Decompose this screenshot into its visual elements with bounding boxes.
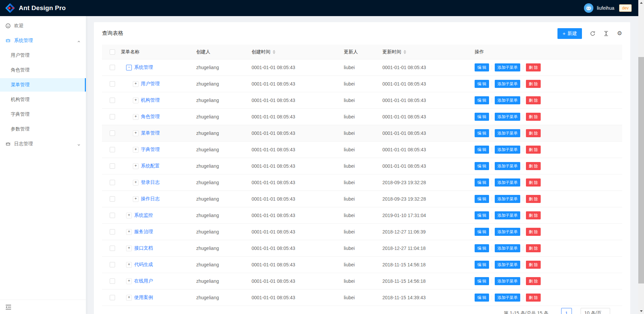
- vertical-scrollbar[interactable]: [638, 0, 644, 314]
- edit-button[interactable]: 编 辑: [475, 146, 489, 154]
- row-checkbox[interactable]: [110, 213, 115, 218]
- row-checkbox[interactable]: [110, 98, 115, 103]
- row-checkbox[interactable]: [110, 229, 115, 234]
- delete-button[interactable]: 删 除: [526, 178, 540, 187]
- row-checkbox[interactable]: [110, 65, 115, 70]
- expand-row-icon[interactable]: +: [133, 130, 139, 136]
- add-submenu-button[interactable]: 添加子菜单: [495, 80, 520, 88]
- delete-button[interactable]: 删 除: [526, 146, 540, 154]
- add-submenu-button[interactable]: 添加子菜单: [495, 96, 520, 104]
- row-checkbox[interactable]: [110, 278, 115, 284]
- menu-name-link[interactable]: 机构管理: [141, 97, 160, 103]
- delete-button[interactable]: 删 除: [526, 129, 540, 137]
- add-submenu-button[interactable]: 添加子菜单: [495, 162, 520, 170]
- column-height-icon[interactable]: [603, 31, 609, 36]
- sidebar-item-3[interactable]: 角色管理: [0, 63, 86, 77]
- scrollbar-thumb[interactable]: [638, 57, 644, 283]
- edit-button[interactable]: 编 辑: [475, 195, 489, 203]
- edit-button[interactable]: 编 辑: [475, 211, 489, 219]
- expand-row-icon[interactable]: +: [133, 196, 139, 202]
- row-checkbox[interactable]: [110, 262, 115, 267]
- sidebar-item-7[interactable]: 参数管理: [0, 122, 86, 136]
- delete-button[interactable]: 删 除: [526, 162, 540, 170]
- row-checkbox[interactable]: [110, 81, 115, 87]
- sorter-icon[interactable]: [404, 50, 406, 54]
- expand-row-icon[interactable]: +: [126, 278, 132, 284]
- edit-button[interactable]: 编 辑: [475, 261, 489, 269]
- sidebar-collapse-trigger[interactable]: [0, 300, 86, 314]
- row-checkbox[interactable]: [110, 246, 115, 251]
- menu-name-link[interactable]: 角色管理: [141, 114, 160, 120]
- menu-name-link[interactable]: 系统管理: [134, 64, 153, 70]
- row-checkbox[interactable]: [110, 114, 115, 119]
- delete-button[interactable]: 删 除: [526, 244, 540, 252]
- collapse-row-icon[interactable]: −: [126, 65, 132, 70]
- edit-button[interactable]: 编 辑: [475, 294, 489, 302]
- delete-button[interactable]: 删 除: [526, 80, 540, 88]
- add-submenu-button[interactable]: 添加子菜单: [495, 277, 520, 285]
- row-checkbox[interactable]: [110, 130, 115, 136]
- expand-row-icon[interactable]: +: [133, 163, 139, 169]
- row-checkbox[interactable]: [110, 180, 115, 185]
- menu-name-link[interactable]: 在线用户: [134, 278, 153, 284]
- row-checkbox[interactable]: [110, 147, 115, 152]
- menu-name-link[interactable]: 菜单管理: [141, 130, 160, 136]
- delete-button[interactable]: 删 除: [526, 294, 540, 302]
- add-submenu-button[interactable]: 添加子菜单: [495, 129, 520, 137]
- add-submenu-button[interactable]: 添加子菜单: [495, 113, 520, 121]
- menu-name-link[interactable]: 登录日志: [141, 179, 160, 186]
- col-header-update-time[interactable]: 更新时间: [382, 49, 475, 55]
- edit-button[interactable]: 编 辑: [475, 96, 489, 104]
- expand-row-icon[interactable]: +: [126, 262, 132, 268]
- delete-button[interactable]: 删 除: [526, 228, 540, 236]
- logo[interactable]: Ant Design Pro: [5, 3, 66, 13]
- edit-button[interactable]: 编 辑: [475, 129, 489, 137]
- expand-row-icon[interactable]: +: [126, 295, 132, 301]
- add-submenu-button[interactable]: 添加子菜单: [495, 294, 520, 302]
- menu-name-link[interactable]: 接口文档: [134, 245, 153, 251]
- expand-row-icon[interactable]: +: [133, 114, 139, 120]
- delete-button[interactable]: 删 除: [526, 211, 540, 219]
- edit-button[interactable]: 编 辑: [475, 80, 489, 88]
- edit-button[interactable]: 编 辑: [475, 63, 489, 71]
- expand-row-icon[interactable]: +: [133, 180, 139, 186]
- row-checkbox[interactable]: [110, 163, 115, 169]
- pagination-page-1[interactable]: 1: [561, 308, 572, 314]
- delete-button[interactable]: 删 除: [526, 63, 540, 71]
- user-area[interactable]: liufeihua dev: [584, 3, 632, 13]
- reload-icon[interactable]: [590, 31, 595, 36]
- edit-button[interactable]: 编 辑: [475, 113, 489, 121]
- add-submenu-button[interactable]: 添加子菜单: [495, 228, 520, 236]
- add-submenu-button[interactable]: 添加子菜单: [495, 244, 520, 252]
- edit-button[interactable]: 编 辑: [475, 228, 489, 236]
- expand-row-icon[interactable]: +: [133, 147, 139, 153]
- expand-row-icon[interactable]: +: [126, 213, 132, 218]
- sidebar-item-1[interactable]: 系统管理: [0, 34, 86, 47]
- expand-row-icon[interactable]: +: [133, 98, 139, 103]
- scrollbar-up-arrow[interactable]: [638, 0, 644, 6]
- delete-button[interactable]: 删 除: [526, 261, 540, 269]
- menu-name-link[interactable]: 系统监控: [134, 212, 153, 218]
- add-submenu-button[interactable]: 添加子菜单: [495, 261, 520, 269]
- row-checkbox[interactable]: [110, 295, 115, 300]
- edit-button[interactable]: 编 辑: [475, 244, 489, 252]
- menu-name-link[interactable]: 服务治理: [134, 229, 153, 235]
- add-submenu-button[interactable]: 添加子菜单: [495, 195, 520, 203]
- menu-name-link[interactable]: 系统配置: [141, 163, 160, 169]
- sidebar-item-0[interactable]: 欢迎: [0, 19, 86, 33]
- expand-row-icon[interactable]: +: [126, 229, 132, 235]
- select-all-checkbox[interactable]: [110, 49, 115, 55]
- sidebar-item-2[interactable]: 用户管理: [0, 49, 86, 62]
- add-submenu-button[interactable]: 添加子菜单: [495, 146, 520, 154]
- add-submenu-button[interactable]: 添加子菜单: [495, 178, 520, 187]
- delete-button[interactable]: 删 除: [526, 113, 540, 121]
- expand-row-icon[interactable]: +: [126, 246, 132, 251]
- sidebar-item-5[interactable]: 机构管理: [0, 93, 86, 106]
- edit-button[interactable]: 编 辑: [475, 178, 489, 187]
- menu-name-link[interactable]: 用户管理: [141, 81, 160, 87]
- add-submenu-button[interactable]: 添加子菜单: [495, 211, 520, 219]
- add-submenu-button[interactable]: 添加子菜单: [495, 63, 520, 71]
- col-header-create-time[interactable]: 创建时间: [252, 49, 344, 55]
- row-checkbox[interactable]: [110, 196, 115, 202]
- menu-name-link[interactable]: 使用案例: [134, 295, 153, 301]
